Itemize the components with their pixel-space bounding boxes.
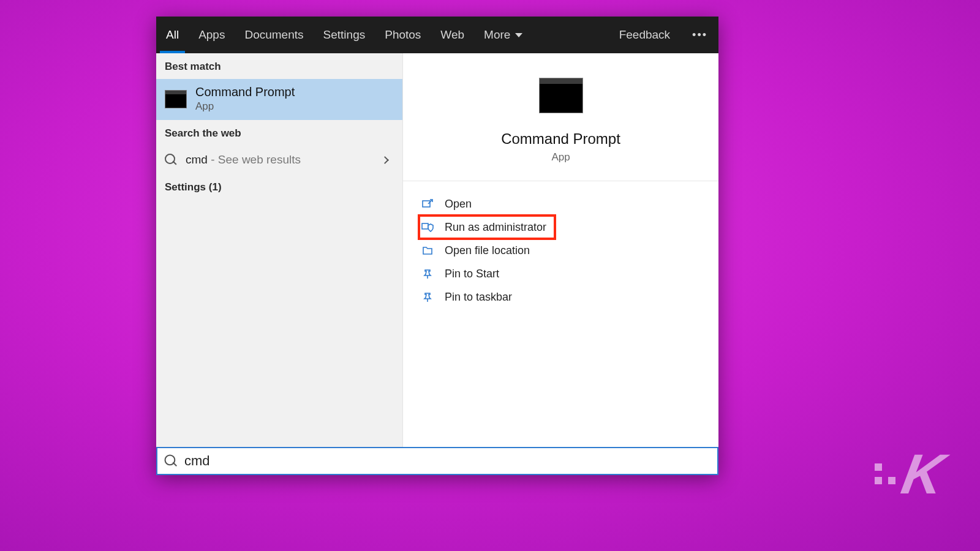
tab-settings[interactable]: Settings — [314, 17, 375, 53]
feedback-link[interactable]: Feedback — [608, 17, 681, 53]
pin-icon — [421, 268, 434, 279]
action-pin-taskbar-label: Pin to taskbar — [445, 291, 512, 304]
watermark-dots-icon — [875, 463, 895, 484]
command-prompt-icon — [165, 90, 187, 108]
tab-documents[interactable]: Documents — [235, 17, 313, 53]
result-subtitle: App — [195, 100, 295, 113]
svg-rect-1 — [422, 223, 428, 229]
action-open-location-label: Open file location — [445, 244, 530, 257]
panel-body: Best match Command Prompt App Search the… — [156, 53, 718, 475]
search-bar[interactable] — [156, 447, 718, 475]
tab-photos[interactable]: Photos — [375, 17, 431, 53]
tab-all[interactable]: All — [156, 17, 189, 53]
action-run-as-administrator[interactable]: Run as administrator — [419, 216, 555, 239]
preview-header: Command Prompt App — [403, 53, 718, 181]
folder-icon — [421, 245, 434, 256]
action-open-label: Open — [445, 198, 472, 211]
chevron-right-icon — [381, 156, 389, 164]
settings-section-label[interactable]: Settings (1) — [156, 174, 402, 200]
search-input[interactable] — [184, 453, 710, 469]
pin-icon — [421, 291, 434, 302]
action-open-file-location[interactable]: Open file location — [403, 239, 718, 262]
tab-more[interactable]: More — [474, 17, 532, 53]
results-column: Best match Command Prompt App Search the… — [156, 53, 403, 475]
watermark-letter: K — [897, 446, 948, 502]
command-prompt-icon — [539, 78, 583, 113]
preview-subtitle: App — [551, 151, 570, 163]
best-match-label: Best match — [156, 53, 402, 79]
tab-more-label: More — [484, 28, 510, 42]
tab-web[interactable]: Web — [431, 17, 474, 53]
search-icon — [165, 455, 178, 468]
action-pin-to-start[interactable]: Pin to Start — [403, 262, 718, 285]
open-icon — [421, 198, 434, 209]
result-command-prompt[interactable]: Command Prompt App — [156, 79, 402, 120]
search-panel: All Apps Documents Settings Photos Web M… — [156, 17, 718, 475]
action-run-admin-label: Run as administrator — [445, 221, 546, 234]
action-pin-start-label: Pin to Start — [445, 268, 499, 280]
web-query: cmd — [186, 153, 208, 166]
preview-actions: Open Run as administrator — [403, 181, 718, 320]
preview-column: Command Prompt App Open — [403, 53, 718, 475]
shield-icon — [421, 222, 434, 233]
preview-title: Command Prompt — [501, 130, 620, 148]
chevron-down-icon — [515, 33, 522, 37]
web-result-cmd[interactable]: cmd - See web results — [156, 146, 402, 174]
search-web-label: Search the web — [156, 120, 402, 146]
watermark: K — [875, 446, 943, 502]
action-pin-to-taskbar[interactable]: Pin to taskbar — [403, 285, 718, 309]
web-result-text: cmd - See web results — [186, 153, 374, 167]
result-text: Command Prompt App — [195, 85, 295, 113]
filter-tabs: All Apps Documents Settings Photos Web M… — [156, 17, 718, 53]
result-title: Command Prompt — [195, 85, 295, 99]
tab-apps[interactable]: Apps — [189, 17, 235, 53]
action-open[interactable]: Open — [403, 192, 718, 216]
overflow-menu-button[interactable]: ••• — [681, 17, 718, 53]
search-icon — [165, 154, 177, 166]
svg-rect-0 — [423, 201, 430, 207]
web-hint: - See web results — [208, 153, 301, 166]
